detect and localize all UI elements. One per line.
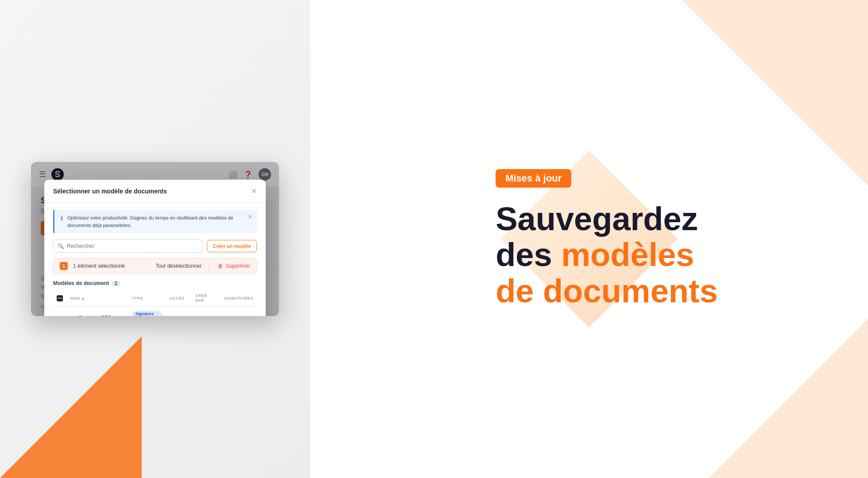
delete-button[interactable]: 🗑 Supprimer: [218, 263, 250, 269]
search-icon: 🔍: [58, 243, 64, 249]
col-type: TYPE: [128, 291, 166, 306]
trash-icon: 🗑: [218, 263, 223, 269]
deco-top-right: [682, 0, 868, 186]
info-icon: ℹ: [61, 215, 63, 222]
modal-overlay: Sélectionner un modèle de documents ✕ ℹ …: [31, 162, 279, 316]
table-wrap: — NOM ▲ TYPE ACCÈS: [53, 291, 257, 316]
search-input-wrap: 🔍: [53, 239, 202, 253]
col-nom: NOM ▲: [66, 291, 128, 306]
row1-doc-name: 📄 Cantech - CEO memorandum: [70, 315, 124, 316]
deselect-all-button[interactable]: Tout désélectionner: [155, 263, 202, 269]
row1-signataires: 5: [221, 306, 257, 316]
modal-title: Sélectionner un modèle de documents: [53, 188, 167, 195]
info-banner: ℹ Optimisez votre productivité. Gagnez d…: [53, 210, 257, 233]
col-cree-par: CRÉÉPAR: [192, 291, 221, 306]
table-count-badge: 2: [112, 281, 120, 286]
badge-updates: Mises à jour: [496, 169, 571, 188]
right-line3: de documents: [496, 273, 718, 309]
table-section-title: Modèles de document 2: [53, 280, 257, 286]
info-banner-close[interactable]: ✕: [248, 213, 252, 220]
modal-close-button[interactable]: ✕: [251, 187, 257, 195]
info-text: Optimisez votre productivité. Gagnez du …: [67, 214, 251, 229]
create-model-button[interactable]: Créer un modèle: [207, 240, 257, 252]
models-table: — NOM ▲ TYPE ACCÈS: [53, 291, 257, 316]
app-window: ☰ ⬜ ❓ DM Séance de signature Signe: [31, 162, 279, 316]
modal-header: Sélectionner un modèle de documents ✕: [44, 180, 266, 203]
tag-sig-simple-1: Signature simple: [132, 311, 162, 316]
right-panel: Mises à jour Sauvegardez des modèles de …: [310, 0, 868, 478]
row1-type: Signature simple DocuSign: [128, 306, 166, 316]
selection-text: 1 élément sélectionné: [73, 263, 125, 269]
select-all-checkbox[interactable]: —: [57, 295, 63, 301]
right-line1: Sauvegardez: [496, 201, 718, 237]
selection-count-badge: 1: [60, 262, 68, 270]
right-content: Mises à jour Sauvegardez des modèles de …: [460, 169, 718, 309]
left-panel: ☰ ⬜ ❓ DM Séance de signature Signe: [0, 0, 310, 478]
right-line2: des modèles: [496, 237, 718, 273]
col-signataires: SIGNATAIRES: [221, 291, 257, 306]
search-input[interactable]: [53, 239, 202, 253]
row1-created-by: Moi: [192, 306, 221, 316]
search-row: 🔍 Créer un modèle: [53, 239, 257, 253]
modal: Sélectionner un modèle de documents ✕ ℹ …: [44, 180, 266, 316]
modal-body: ℹ Optimisez votre productivité. Gagnez d…: [44, 203, 266, 316]
deco-bottom-right: [709, 319, 868, 478]
col-acces: ACCÈS: [166, 291, 192, 306]
table-row: ✓ 📄 Cantech - CEO memorandum: [53, 306, 257, 316]
selection-bar: 1 1 élément sélectionné Tout désélection…: [53, 258, 257, 274]
right-heading: Sauvegardez des modèles de documents: [496, 201, 718, 309]
